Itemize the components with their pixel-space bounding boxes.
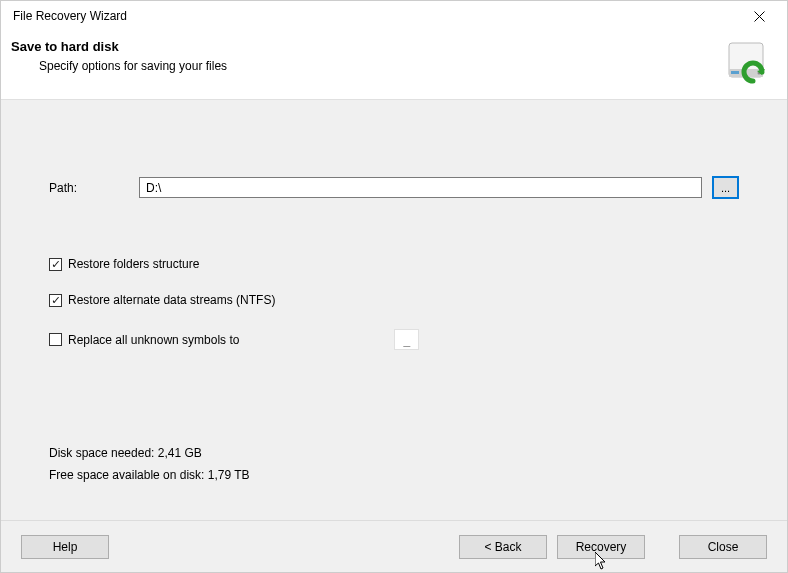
options-group: Restore folders structure Restore altern…: [49, 257, 739, 350]
replace-symbol-input[interactable]: [394, 329, 419, 350]
back-button[interactable]: < Back: [459, 535, 547, 559]
page-subtitle: Specify options for saving your files: [39, 59, 227, 73]
restore-folders-checkbox[interactable]: [49, 258, 62, 271]
path-row: Path: ...: [49, 176, 739, 199]
disk-recovery-icon: [725, 39, 771, 85]
path-input[interactable]: [139, 177, 702, 198]
content-panel: Path: ... Restore folders structure Rest…: [1, 99, 787, 520]
disk-space-needed: Disk space needed: 2,41 GB: [49, 446, 250, 460]
wizard-window: File Recovery Wizard Save to hard disk S…: [0, 0, 788, 573]
disk-stats: Disk space needed: 2,41 GB Free space av…: [49, 446, 250, 490]
restore-ads-label: Restore alternate data streams (NTFS): [68, 293, 275, 307]
replace-unknown-label: Replace all unknown symbols to: [68, 333, 239, 347]
restore-ads-row: Restore alternate data streams (NTFS): [49, 293, 739, 307]
path-label: Path:: [49, 181, 129, 195]
svg-rect-2: [731, 71, 739, 74]
replace-unknown-checkbox[interactable]: [49, 333, 62, 346]
disk-space-free: Free space available on disk: 1,79 TB: [49, 468, 250, 482]
wizard-header: Save to hard disk Specify options for sa…: [1, 31, 787, 99]
browse-button[interactable]: ...: [712, 176, 739, 199]
restore-folders-row: Restore folders structure: [49, 257, 739, 271]
replace-unknown-row: Replace all unknown symbols to: [49, 329, 739, 350]
close-icon[interactable]: [739, 2, 779, 30]
footer: Help < Back Recovery Close: [1, 520, 787, 572]
recovery-button[interactable]: Recovery: [557, 535, 645, 559]
help-button[interactable]: Help: [21, 535, 109, 559]
restore-folders-label: Restore folders structure: [68, 257, 199, 271]
window-title: File Recovery Wizard: [13, 9, 127, 23]
restore-ads-checkbox[interactable]: [49, 294, 62, 307]
close-button[interactable]: Close: [679, 535, 767, 559]
page-title: Save to hard disk: [11, 39, 227, 54]
titlebar: File Recovery Wizard: [1, 1, 787, 31]
